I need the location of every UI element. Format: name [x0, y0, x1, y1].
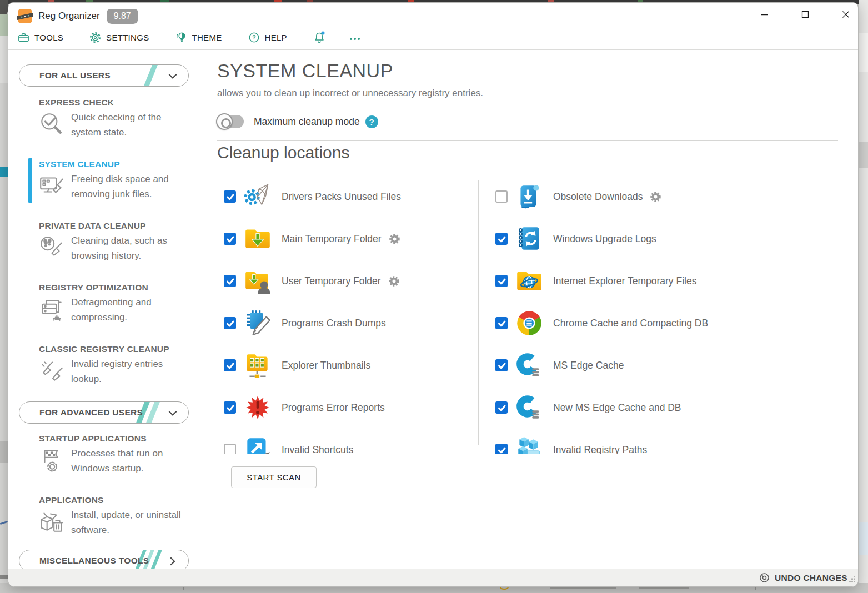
checkbox-invalid-registry-paths[interactable] — [495, 444, 508, 454]
theme-label: THEME — [192, 33, 222, 42]
checkbox-invalid-shortcuts[interactable] — [224, 444, 236, 454]
cleanup-item-label: New MS Edge Cache and DB — [553, 402, 681, 414]
cleanup-locations-list: Drivers Packs Unused Files Main Temporar… — [209, 175, 846, 454]
cleanup-item-main-temp-folder: Main Temporary Folder — [224, 218, 400, 260]
cleanup-item-label: Programs Error Reports — [282, 402, 385, 414]
sidebar-item-title: SYSTEM CLEANUP — [39, 159, 209, 169]
checkbox-ms-edge-cache[interactable] — [495, 359, 508, 371]
gear-web-icon — [240, 182, 275, 212]
edge-cache-icon — [512, 393, 546, 423]
cleanup-item-invalid-shortcuts: Invalid Shortcuts — [224, 429, 353, 454]
maximum-cleanup-label: Maximum cleanup mode — [254, 116, 360, 128]
item-settings-gear-icon[interactable] — [650, 191, 661, 203]
checkbox-windows-upgrade-logs[interactable] — [495, 233, 508, 245]
sidebar-item-desc: Defragmenting and compressing. — [71, 295, 188, 325]
tools-label: TOOLS — [34, 33, 63, 42]
undo-changes-button[interactable]: UNDO CHANGES — [759, 569, 847, 586]
checkbox-new-ms-edge-cache[interactable] — [495, 401, 508, 414]
group-label: FOR ADVANCED USERS — [39, 408, 143, 418]
background-left-strip — [0, 0, 8, 593]
checkbox-explorer-thumbnails[interactable] — [224, 359, 236, 371]
statusbar-separator — [669, 569, 669, 586]
page-title: SYSTEM CLEANUP — [217, 60, 393, 82]
start-scan-button[interactable]: START SCAN — [231, 466, 317, 488]
main-content: SYSTEM CLEANUP allows you to clean up in… — [209, 50, 858, 569]
cleanup-item-ie-temp-files: Internet Explorer Temporary Files — [495, 260, 696, 302]
maximum-cleanup-toggle[interactable] — [219, 115, 244, 128]
page-subtitle: allows you to clean up incorrect or unne… — [217, 88, 483, 99]
sidebar-item-registry-optimization[interactable]: REGISTRY OPTIMIZATION Defragmenting and … — [8, 283, 209, 325]
sidebar-item-title: PRIVATE DATA CLEANUP — [39, 221, 209, 231]
version-badge: 9.87 — [107, 9, 138, 24]
sidebar-item-applications[interactable]: APPLICATIONS Install, update, or uninsta… — [8, 495, 209, 537]
checkbox-ie-temporary-files[interactable] — [495, 275, 508, 287]
group-for-all-users[interactable]: FOR ALL USERS — [19, 64, 189, 87]
cleanup-item-label: Programs Crash Dumps — [282, 318, 386, 329]
sidebar-item-desc: Install, update, or uninstall software. — [71, 507, 188, 537]
sidebar-item-desc: Freeing disk space and removing junk fil… — [71, 172, 188, 202]
flag-gear-icon — [37, 446, 66, 476]
statusbar-separator — [744, 569, 744, 586]
checkbox-drivers-packs-unused-files[interactable] — [224, 190, 236, 203]
cleanup-item-chrome-cache: Chrome Cache and Compacting DB — [495, 302, 708, 344]
sidebar-item-desc: Processes that run on Windows startup. — [71, 446, 188, 476]
group-label: FOR ALL USERS — [39, 71, 111, 81]
maximum-cleanup-help-icon[interactable]: ? — [365, 115, 378, 128]
window-header: Reg Organizer 9.87 TOOLS — [8, 3, 858, 50]
cleanup-item-drivers-packs: Drivers Packs Unused Files — [224, 175, 401, 218]
checkbox-programs-crash-dumps[interactable] — [224, 317, 236, 329]
sidebar-item-desc: Invalid registry entries lookup. — [71, 356, 188, 386]
cleanup-item-label: Windows Upgrade Logs — [553, 233, 656, 245]
titlebar: Reg Organizer 9.87 — [17, 8, 138, 24]
cleanup-item-ms-edge-cache: MS Edge Cache — [495, 344, 624, 386]
maximize-button[interactable] — [800, 9, 810, 19]
checkbox-programs-error-reports[interactable] — [224, 401, 236, 414]
cleanup-item-label: User Temporary Folder — [282, 275, 381, 287]
sidebar-item-title: CLASSIC REGISTRY CLEANUP — [39, 344, 209, 354]
cleanup-item-label: Internet Explorer Temporary Files — [553, 275, 696, 287]
sidebar-item-private-data-cleanup[interactable]: PRIVATE DATA CLEANUP Cleaning data, such… — [8, 221, 209, 263]
sidebar-item-system-cleanup[interactable]: SYSTEM CLEANUP Freeing disk space and re… — [8, 159, 209, 202]
close-button[interactable] — [841, 9, 850, 19]
error-burst-icon — [240, 393, 275, 423]
group-for-advanced-users[interactable]: FOR ADVANCED USERS — [19, 401, 189, 424]
undo-icon — [759, 572, 770, 584]
sidebar-item-classic-registry-cleanup[interactable]: CLASSIC REGISTRY CLEANUP Invalid registr… — [8, 344, 209, 386]
sidebar-item-express-check[interactable]: EXPRESS CHECK Quick checking of the syst… — [8, 98, 209, 140]
cleanup-item-label: MS Edge Cache — [553, 360, 624, 371]
item-settings-gear-icon[interactable] — [388, 275, 400, 287]
monitor-broom-icon — [37, 172, 66, 202]
tools-menu-button[interactable]: TOOLS — [17, 31, 63, 44]
checkbox-main-temporary-folder[interactable] — [224, 233, 236, 245]
notifications-bell-button[interactable] — [313, 31, 326, 44]
folder-download-icon — [240, 224, 275, 254]
more-options-button[interactable] — [348, 31, 362, 44]
minimize-button[interactable] — [760, 9, 769, 19]
status-bar: UNDO CHANGES — [8, 569, 858, 586]
theme-menu-button[interactable]: THEME — [175, 31, 222, 44]
group-miscellaneous-tools[interactable]: MISCELLANEOUS TOOLS — [19, 550, 189, 569]
settings-menu-button[interactable]: SETTINGS — [89, 31, 149, 44]
cleanup-item-user-temp-folder: User Temporary Folder — [224, 260, 400, 302]
scroll-download-icon — [512, 182, 546, 212]
ellipsis-icon — [348, 31, 362, 44]
registry-cubes-icon — [512, 435, 546, 454]
cleanup-item-label: Invalid Shortcuts — [282, 444, 353, 455]
sidebar-item-startup-applications[interactable]: STARTUP APPLICATIONS Processes that run … — [8, 434, 209, 476]
cleanup-item-label: Invalid Registry Paths — [553, 444, 647, 455]
folder-globe-icon — [512, 266, 546, 296]
checkbox-user-temporary-folder[interactable] — [224, 275, 236, 287]
checkbox-obsolete-downloads[interactable] — [495, 190, 508, 203]
briefcase-icon — [17, 31, 30, 44]
checkbox-chrome-cache[interactable] — [495, 317, 508, 329]
edge-cache-icon — [512, 350, 546, 380]
sidebar-item-title: REGISTRY OPTIMIZATION — [39, 283, 209, 293]
chip-pencil-icon — [240, 308, 275, 338]
help-menu-button[interactable]: ? HELP — [248, 31, 287, 44]
sidebar-item-title: STARTUP APPLICATIONS — [39, 434, 209, 444]
resize-grip[interactable] — [849, 575, 856, 585]
screen: Reg Organizer 9.87 TOOLS — [0, 0, 868, 593]
statusbar-separator — [648, 569, 648, 586]
item-settings-gear-icon[interactable] — [389, 233, 400, 245]
cleanup-item-windows-upgrade-logs: Windows Upgrade Logs — [495, 218, 656, 260]
